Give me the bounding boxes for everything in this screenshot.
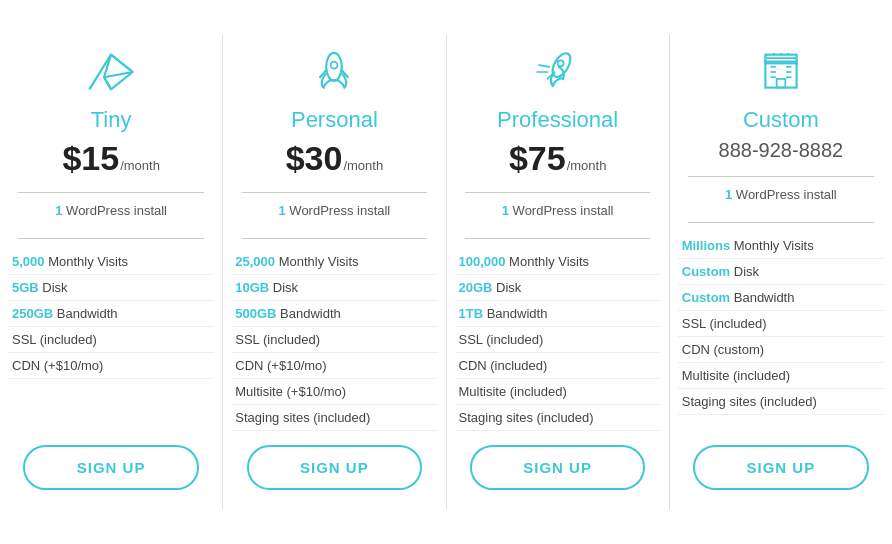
list-item: CDN (custom) (678, 337, 884, 363)
feature-accent: 5GB (12, 280, 39, 295)
feature-accent: 5,000 (12, 254, 45, 269)
feature-text: Monthly Visits (275, 254, 359, 269)
divider-top (18, 192, 204, 193)
svg-rect-6 (765, 61, 796, 87)
plan-phone-custom: 888-928-8882 (719, 139, 844, 162)
feature-text: Disk (730, 264, 759, 279)
feature-accent: 1TB (459, 306, 484, 321)
divider-top (688, 176, 874, 177)
wp-label: WordPress install (513, 203, 614, 218)
feature-text: Multisite (included) (682, 368, 790, 383)
plan-price-personal: $30/month (286, 139, 384, 178)
feature-text: Bandwidth (276, 306, 340, 321)
features-list-professional: 100,000 Monthly Visits20GB Disk1TB Bandw… (455, 249, 661, 431)
feature-accent: 10GB (235, 280, 269, 295)
plan-price-professional: $75/month (509, 139, 607, 178)
list-item: 20GB Disk (455, 275, 661, 301)
feature-text: Bandwidth (730, 290, 794, 305)
feature-text: Bandwidth (53, 306, 117, 321)
list-item: SSL (included) (231, 327, 437, 353)
price-amount: 30 (305, 139, 343, 178)
list-item: 100,000 Monthly Visits (455, 249, 661, 275)
plan-name-personal: Personal (291, 107, 378, 133)
list-item: 5,000 Monthly Visits (8, 249, 214, 275)
feature-text: CDN (included) (459, 358, 548, 373)
list-item: 5GB Disk (8, 275, 214, 301)
list-item: CDN (+$10/mo) (8, 353, 214, 379)
wp-label: WordPress install (66, 203, 167, 218)
rocket-fast-icon (528, 44, 588, 99)
feature-text: Monthly Visits (45, 254, 129, 269)
divider-top (242, 192, 428, 193)
feature-text: CDN (+$10/mo) (235, 358, 326, 373)
feature-accent: 20GB (459, 280, 493, 295)
features-list-tiny: 5,000 Monthly Visits5GB Disk250GB Bandwi… (8, 249, 214, 379)
svg-point-3 (331, 61, 338, 68)
features-list-personal: 25,000 Monthly Visits10GB Disk500GB Band… (231, 249, 437, 431)
wp-num: 1 (55, 203, 62, 218)
wp-num: 1 (502, 203, 509, 218)
wp-installs-personal: 1 WordPress install (278, 203, 390, 218)
feature-text: Disk (492, 280, 521, 295)
rocket-icon (304, 44, 364, 99)
svg-point-5 (557, 60, 563, 66)
feature-text: Staging sites (included) (235, 410, 370, 425)
signup-button-professional[interactable]: SIGN UP (470, 445, 645, 490)
svg-rect-14 (777, 78, 786, 87)
svg-line-0 (104, 77, 111, 89)
list-item: 250GB Bandwidth (8, 301, 214, 327)
feature-text: SSL (included) (12, 332, 97, 347)
price-dollar: $ (509, 139, 528, 178)
price-per: /month (343, 158, 383, 173)
wp-num: 1 (278, 203, 285, 218)
svg-point-2 (327, 52, 343, 80)
price-dollar: $ (286, 139, 305, 178)
feature-text: CDN (+$10/mo) (12, 358, 103, 373)
feature-text: CDN (custom) (682, 342, 764, 357)
wp-num: 1 (725, 187, 732, 202)
price-amount: 75 (528, 139, 566, 178)
feature-text: Monthly Visits (730, 238, 814, 253)
building-icon (751, 44, 811, 99)
feature-text: SSL (included) (459, 332, 544, 347)
features-list-custom: Millions Monthly VisitsCustom DiskCustom… (678, 233, 884, 415)
feature-accent: Custom (682, 264, 730, 279)
list-item: Staging sites (included) (231, 405, 437, 431)
list-item: Custom Disk (678, 259, 884, 285)
list-item: Staging sites (included) (455, 405, 661, 431)
plan-name-tiny: Tiny (91, 107, 132, 133)
wp-installs-custom: 1 WordPress install (725, 187, 837, 202)
list-item: Multisite (included) (678, 363, 884, 389)
signup-button-custom[interactable]: SIGN UP (693, 445, 868, 490)
divider-mid (688, 222, 874, 223)
feature-text: Bandwidth (483, 306, 547, 321)
plan-name-professional: Professional (497, 107, 618, 133)
list-item: 25,000 Monthly Visits (231, 249, 437, 275)
pricing-container: Tiny$15/month1 WordPress install5,000 Mo… (0, 24, 892, 520)
list-item: 1TB Bandwidth (455, 301, 661, 327)
list-item: CDN (+$10/mo) (231, 353, 437, 379)
list-item: 500GB Bandwidth (231, 301, 437, 327)
plan-name-custom: Custom (743, 107, 819, 133)
signup-button-personal[interactable]: SIGN UP (247, 445, 422, 490)
feature-accent: 25,000 (235, 254, 275, 269)
divider-mid (465, 238, 651, 239)
feature-text: Monthly Visits (506, 254, 590, 269)
feature-accent: Millions (682, 238, 730, 253)
plan-col-tiny: Tiny$15/month1 WordPress install5,000 Mo… (0, 34, 223, 510)
signup-button-tiny[interactable]: SIGN UP (23, 445, 198, 490)
feature-text: SSL (included) (682, 316, 767, 331)
wp-installs-professional: 1 WordPress install (502, 203, 614, 218)
feature-text: Multisite (+$10/mo) (235, 384, 346, 399)
paper-plane-icon (81, 44, 141, 99)
feature-accent: 250GB (12, 306, 53, 321)
list-item: SSL (included) (455, 327, 661, 353)
feature-text: Staging sites (included) (682, 394, 817, 409)
price-amount: 15 (81, 139, 119, 178)
divider-top (465, 192, 651, 193)
feature-text: SSL (included) (235, 332, 320, 347)
list-item: SSL (included) (8, 327, 214, 353)
feature-text: Multisite (included) (459, 384, 567, 399)
wp-label: WordPress install (289, 203, 390, 218)
list-item: 10GB Disk (231, 275, 437, 301)
